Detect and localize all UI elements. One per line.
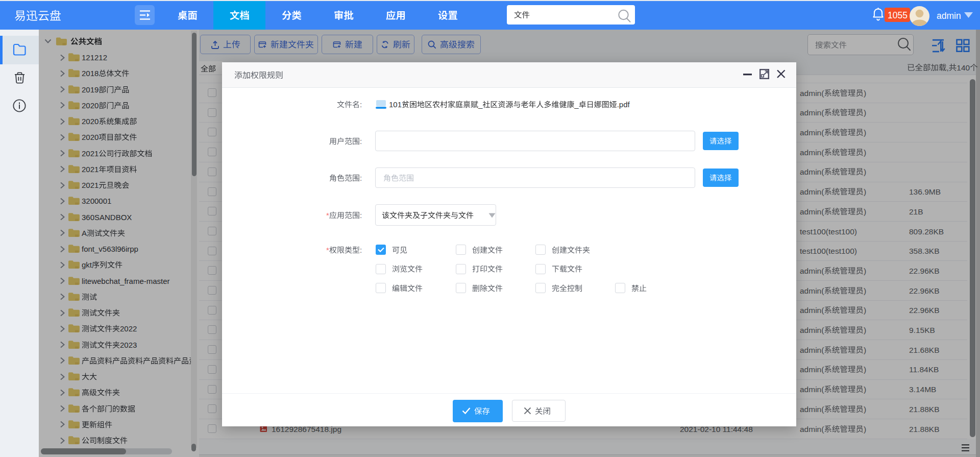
svg-text::: : (360, 211, 362, 220)
svg-text::: : (360, 246, 362, 254)
svg-text::: : (360, 174, 362, 182)
svg-text:1055: 1055 (888, 10, 908, 20)
svg-text::: : (360, 137, 362, 146)
svg-text:_: _ (574, 100, 579, 109)
svg-text:_: _ (478, 100, 483, 109)
svg-text::: : (360, 100, 362, 109)
svg-text:101: 101 (389, 100, 402, 109)
svg-text:admin: admin (937, 10, 961, 20)
svg-text:.pdf: .pdf (617, 100, 630, 109)
